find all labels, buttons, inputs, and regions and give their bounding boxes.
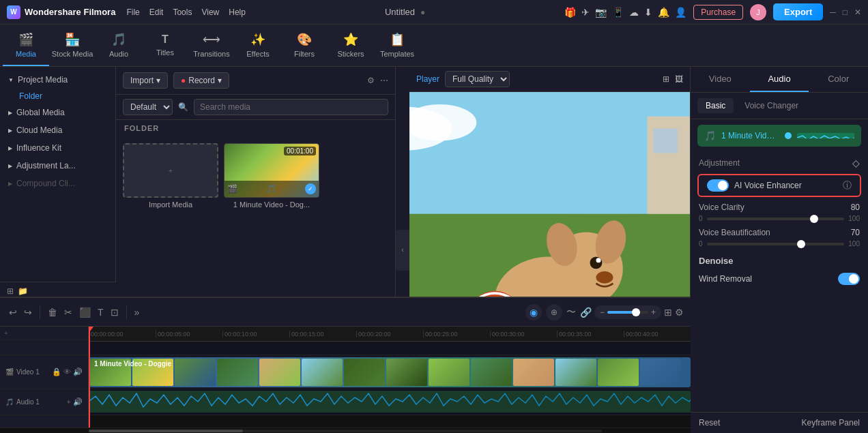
- sort-select[interactable]: Default: [123, 99, 173, 115]
- import-drop-area[interactable]: +: [123, 143, 218, 198]
- more-icon[interactable]: ⋯: [380, 76, 388, 85]
- ai-voice-enhancer-toggle[interactable]: [707, 179, 729, 192]
- logo-icon: W: [7, 5, 20, 19]
- audio-add-icon[interactable]: +: [67, 398, 71, 406]
- gift-icon[interactable]: 🎁: [564, 7, 576, 18]
- track-audio-icon[interactable]: 🔊: [73, 368, 83, 376]
- ruler-mark-7: 00:00:35:00: [557, 331, 624, 338]
- crop-icon[interactable]: ⊡: [108, 305, 121, 320]
- import-button[interactable]: Import ▾: [123, 72, 168, 89]
- tab-audio[interactable]: Audio: [750, 67, 809, 92]
- nav-stickers[interactable]: ⭐ Stickers: [328, 25, 374, 66]
- sidebar-item-influence-kit[interactable]: ▶ Influence Kit: [0, 139, 115, 157]
- nav-media[interactable]: 🎬 Media: [3, 25, 49, 66]
- more-tools-icon[interactable]: »: [132, 305, 142, 320]
- trim-icon[interactable]: ⬛: [77, 305, 93, 320]
- image-view-icon[interactable]: 🖼: [675, 74, 683, 84]
- timeline-scrollbar[interactable]: [0, 428, 691, 433]
- tab-color[interactable]: Color: [809, 67, 868, 92]
- maximize-icon[interactable]: □: [843, 8, 848, 17]
- user-icon[interactable]: 👤: [675, 7, 686, 18]
- snap-icon[interactable]: ⊕: [546, 304, 562, 320]
- cloud-icon[interactable]: ☁: [629, 7, 639, 18]
- settings-icon[interactable]: ⚙: [675, 307, 684, 318]
- subtab-basic[interactable]: Basic: [697, 98, 734, 113]
- video-track-bar[interactable]: 1 Minute Video - Doggie: [89, 357, 691, 387]
- audio-wave-icon[interactable]: 〜: [566, 306, 576, 318]
- menu-edit[interactable]: Edit: [149, 8, 164, 17]
- record-dot: ●: [181, 76, 186, 85]
- bell-icon[interactable]: 🔔: [658, 7, 669, 18]
- panel-collapse-button[interactable]: ‹: [396, 230, 409, 271]
- sidebar-item-folder[interactable]: Folder: [0, 89, 115, 104]
- add-track-icon[interactable]: ⊞: [7, 286, 14, 296]
- track-lock-icon[interactable]: 🔒: [52, 368, 61, 376]
- nav-audio[interactable]: 🎵 Audio: [96, 25, 142, 66]
- audio-mute-icon[interactable]: 🔊: [73, 398, 83, 406]
- delete-icon[interactable]: 🗑: [46, 305, 59, 320]
- expand-arrow: ▶: [8, 110, 12, 116]
- nav-transitions[interactable]: ⟷ Transitions: [188, 25, 235, 66]
- menu-tools[interactable]: Tools: [173, 8, 192, 17]
- tab-video[interactable]: Video: [691, 67, 750, 92]
- nav-row: 🎬 Media 🏪 Stock Media 🎵 Audio T Titles ⟷…: [0, 25, 868, 67]
- link-icon[interactable]: 🔗: [580, 307, 592, 318]
- close-icon[interactable]: ✕: [854, 8, 861, 17]
- subtab-voice-changer[interactable]: Voice Changer: [736, 98, 807, 113]
- ai-voice-enhancer-label: AI Voice Enhancer: [734, 181, 837, 190]
- voice-clarity-slider[interactable]: [707, 218, 845, 220]
- record-button[interactable]: ● Record ▾: [173, 72, 229, 89]
- info-icon[interactable]: ⓘ: [843, 179, 852, 192]
- wind-removal-toggle[interactable]: [838, 273, 860, 285]
- export-button[interactable]: Export: [773, 3, 823, 20]
- sidebar-item-project-media[interactable]: ▼ Project Media: [0, 71, 115, 89]
- nav-filters[interactable]: 🎨 Filters: [281, 25, 328, 66]
- minimize-icon[interactable]: ─: [830, 8, 836, 17]
- purchase-button[interactable]: Purchase: [693, 5, 743, 20]
- ripple-icon[interactable]: ◉: [525, 304, 542, 320]
- nav-effects[interactable]: ✨ Effects: [235, 25, 281, 66]
- quality-select[interactable]: Full Quality: [445, 71, 510, 87]
- download-icon[interactable]: ⬇: [644, 7, 652, 18]
- voice-beautification-slider[interactable]: [707, 243, 845, 245]
- nav-titles[interactable]: T Titles: [142, 25, 188, 66]
- media-icon[interactable]: 📷: [595, 7, 607, 18]
- search-input[interactable]: [194, 99, 388, 115]
- grid-view-icon[interactable]: ⊞: [663, 74, 669, 84]
- right-subtabs: Basic Voice Changer: [691, 93, 868, 119]
- video-thumb-1[interactable]: 00:01:00 🎬 🎵 ✓ 1 Minute Video - Dog...: [224, 143, 319, 209]
- keyframe-diamond-icon[interactable]: ◇: [852, 158, 860, 168]
- layout-icon[interactable]: ⊞: [664, 307, 672, 318]
- folder-add-icon[interactable]: 📁: [18, 286, 28, 296]
- zoom-out-icon[interactable]: −: [600, 308, 605, 317]
- sidebar-item-cloud-media[interactable]: ▶ Cloud Media: [0, 121, 115, 139]
- undo-icon[interactable]: ↩: [7, 305, 19, 320]
- redo-icon[interactable]: ↪: [22, 305, 34, 320]
- plane-icon[interactable]: ✈: [581, 7, 590, 18]
- video-thumb-label-1: 1 Minute Video - Dog...: [224, 200, 319, 209]
- phone-icon[interactable]: 📱: [612, 7, 624, 18]
- filter-icon[interactable]: ⚙: [367, 76, 375, 85]
- filters-nav-icon: 🎨: [297, 32, 312, 47]
- cut-icon[interactable]: ✂: [62, 305, 74, 320]
- track-visible-icon[interactable]: 👁: [63, 368, 71, 376]
- menu-view[interactable]: View: [201, 8, 219, 17]
- sidebar-item-global-media[interactable]: ▶ Global Media: [0, 104, 115, 121]
- keyframe-panel-button[interactable]: Keyframe Panel: [802, 418, 860, 428]
- avatar[interactable]: J: [750, 4, 766, 20]
- text-icon[interactable]: T: [96, 305, 106, 320]
- reset-button[interactable]: Reset: [699, 418, 720, 428]
- import-media-thumb[interactable]: + Import Media: [123, 143, 218, 209]
- nav-stock-media[interactable]: 🏪 Stock Media: [49, 25, 96, 66]
- timeline-tracks-scroll[interactable]: 00:00:00:00 00:00:05:00 00:00:10:00 00:0…: [89, 327, 691, 428]
- audio-track-label-row: 🎵 Audio 1 + 🔊: [0, 389, 88, 415]
- sidebar-item-adjustment[interactable]: ▶ Adjustment La...: [0, 157, 115, 175]
- zoom-in-icon[interactable]: +: [651, 308, 656, 317]
- nav-templates[interactable]: 📋 Templates: [374, 25, 420, 66]
- menu-help[interactable]: Help: [229, 8, 246, 17]
- menu-file[interactable]: File: [126, 8, 139, 17]
- player-tab[interactable]: Player: [416, 74, 439, 84]
- adjustment-label: Adjustment La...: [16, 161, 107, 170]
- sidebar-item-compound[interactable]: ▶ Compound Cli...: [0, 175, 115, 192]
- zoom-slider[interactable]: [607, 311, 648, 314]
